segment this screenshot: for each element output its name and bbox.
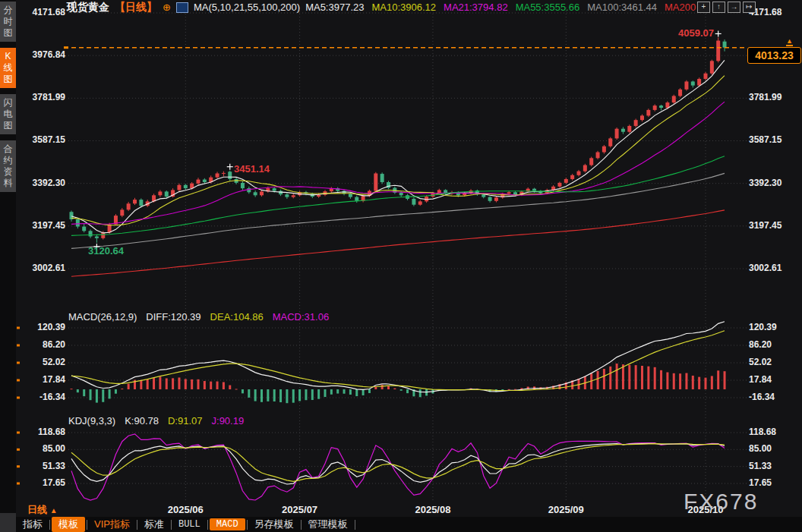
price-axis-label: 3587.15	[15, 134, 65, 145]
macd-value-readout: MACD:31.06	[273, 311, 329, 323]
kdj-axis-label: 51.33	[749, 461, 800, 471]
macd-axis-label: 86.20	[749, 339, 800, 350]
price-axis-label: 3002.61	[15, 263, 65, 273]
gridlines	[68, 8, 747, 501]
macd-axis-label: 120.39	[15, 322, 65, 332]
price-axis-label: 3197.45	[749, 220, 800, 231]
tab-char: K	[5, 51, 11, 62]
goto-latest-icon[interactable]: ↦	[743, 2, 756, 13]
price-axis-label: 4171.68	[15, 7, 65, 17]
time-axis-label: 2025/07	[282, 504, 317, 515]
ma-settings-label: MA(5,10,21,55,100,200)	[194, 2, 300, 13]
low-price-annotation: 3120.64	[88, 245, 124, 257]
swing-high-annotation: 3451.14	[234, 163, 270, 175]
sidebar-bottom-stub	[0, 513, 16, 532]
toolbar-divider	[49, 520, 50, 530]
chart-window-controls: +↑→↦	[697, 2, 756, 13]
price-axis-label: 4171.68	[749, 7, 800, 17]
macd-diff-readout: DIFF:120.39	[146, 311, 200, 323]
left-tab-sidebar: 分时图K线图闪电图合约资料	[0, 0, 16, 514]
tab-char: 时	[4, 16, 13, 27]
macd-axis-label: -16.34	[749, 392, 800, 402]
chart-app: 分时图K线图闪电图合约资料 现货黄金 【日线】 ⊕ MA(5,10,21,55,…	[0, 0, 802, 532]
add-overlay-icon[interactable]: ⊕	[163, 2, 171, 13]
kdj-plot	[71, 434, 725, 500]
tab-char: 分	[4, 5, 13, 16]
chart-style-icon[interactable]	[176, 2, 188, 13]
tab-char: 资	[4, 166, 13, 178]
kdj-k-readout: K:90.78	[125, 415, 159, 427]
ma-readout-0: MA5:3977.23	[305, 2, 364, 13]
chevron-up-icon: ▲	[50, 506, 58, 515]
chart-canvas[interactable]	[0, 0, 802, 532]
kdj-axis-label: 85.00	[749, 443, 800, 454]
macd-axis-label: 86.20	[15, 339, 65, 350]
ma-readout-4: MA100:3461.44	[587, 2, 657, 13]
bull-button[interactable]: BULL	[172, 518, 207, 530]
macd-title: MACD(26,12,9)	[68, 311, 137, 323]
current-price-badge: 4013.23	[747, 47, 801, 64]
tab-char: 电	[4, 109, 13, 120]
macd-axis-label: 120.39	[749, 322, 800, 332]
macd-axis-label: -16.34	[15, 392, 65, 402]
sidebar-tab-1[interactable]: K线图	[0, 48, 16, 88]
template-button[interactable]: 模板	[52, 517, 85, 532]
macd-dea-readout: DEA:104.86	[210, 311, 264, 323]
manage-template-button[interactable]: 管理模板	[302, 517, 355, 532]
sidebar-tab-2[interactable]: 闪电图	[0, 94, 16, 134]
tab-char: 图	[4, 27, 13, 39]
price-axis-label: 3197.45	[15, 220, 65, 231]
vip-indicator-button[interactable]: VIP指标	[87, 517, 137, 532]
toolbar-divider	[355, 520, 355, 530]
tab-char: 线	[4, 62, 13, 74]
price-axis-label: 3781.99	[15, 92, 65, 102]
period-tag: 【日线】	[115, 1, 157, 14]
price-axis-label: 3587.15	[749, 134, 800, 145]
ma-readout-3: MA55:3555.66	[516, 2, 580, 13]
period-selector[interactable]: 日线 ▲	[27, 503, 58, 517]
tab-char: 合	[4, 143, 13, 155]
scale-y-icon[interactable]: ↑	[712, 2, 725, 13]
kdj-title: KDJ(9,3,3)	[68, 415, 115, 427]
scale-x-icon[interactable]: →	[728, 2, 740, 13]
toolbar-divider	[207, 520, 208, 530]
macd-axis-label: 17.84	[15, 374, 65, 385]
candlesticks	[70, 37, 727, 243]
price-axis-label: 3392.30	[15, 178, 65, 188]
kdj-axis-label: 17.65	[15, 477, 65, 488]
kdj-axis-label: 51.33	[15, 461, 65, 471]
price-axis-label: 3392.30	[749, 178, 800, 188]
sidebar-tab-3[interactable]: 合约资料	[0, 140, 16, 192]
watermark: FX678	[684, 489, 758, 515]
tab-char: 闪	[4, 97, 13, 109]
kdj-axis-label: 118.68	[749, 427, 800, 437]
price-axis-label: 3781.99	[749, 92, 800, 102]
kdj-axis-label: 118.68	[15, 427, 65, 437]
macd-header-row: MACD(26,12,9) DIFF:120.39 DEA:104.86 MAC…	[68, 311, 329, 323]
ma-readout-2: MA21:3794.82	[444, 2, 508, 13]
tab-char: 图	[4, 74, 13, 85]
crosshair-icon[interactable]: +	[697, 2, 710, 13]
price-axis-label: 3976.84	[15, 49, 65, 60]
sidebar-tab-0[interactable]: 分时图	[0, 2, 16, 42]
scroll-to-latest-icon[interactable]: ▲	[786, 38, 793, 46]
bottom-toolbar: 指标模板VIP指标标准BULLMACD另存模板管理模板	[16, 517, 802, 532]
high-price-annotation: 4059.07	[655, 27, 714, 39]
ma-readouts: MA5:3977.23MA10:3906.12MA21:3794.82MA55:…	[305, 2, 696, 13]
save-template-button[interactable]: 另存模板	[248, 517, 301, 532]
kdj-header-row: KDJ(9,3,3) K:90.78 D:91.07 J:90.19	[68, 415, 244, 427]
standard-button[interactable]: 标准	[137, 517, 171, 532]
time-axis-label: 2025/09	[548, 504, 584, 515]
chart-header: 现货黄金 【日线】 ⊕ MA(5,10,21,55,100,200) MA5:3…	[67, 0, 696, 14]
time-axis-label: 2025/08	[415, 504, 450, 515]
moving-average-lines	[71, 60, 725, 276]
ma-readout-1: MA10:3906.12	[371, 2, 436, 13]
macd-axis-label: 52.02	[749, 357, 800, 367]
tab-char: 约	[4, 155, 13, 166]
macd-axis-label: 52.02	[15, 357, 65, 367]
macd-axis-label: 17.84	[749, 374, 800, 385]
indicator-button[interactable]: 指标	[16, 517, 49, 532]
kdj-d-readout: D:91.07	[168, 415, 203, 427]
macd-button[interactable]: MACD	[210, 518, 245, 530]
kdj-axis-label: 85.00	[15, 443, 65, 454]
